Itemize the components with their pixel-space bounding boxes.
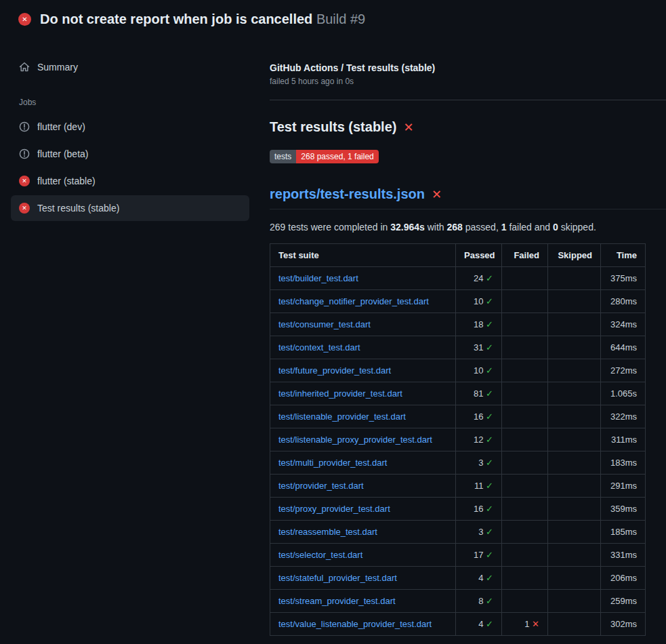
sidebar-item-test-results-stable[interactable]: ✕ Test results (stable) [11,195,249,221]
test-suite-link[interactable]: test/reassemble_test.dart [278,527,377,537]
build-number: Build #9 [316,12,365,26]
failed-cell [502,451,548,475]
passed-cell: 12 ✓ [456,428,502,451]
test-suite-link[interactable]: test/change_notifier_provider_test.dart [278,296,429,306]
column-header-passed: Passed [456,244,502,267]
failed-cell [502,313,548,336]
skipped-cell [548,405,601,428]
skipped-cell [548,590,601,613]
test-suite-cell: test/selector_test.dart [270,544,456,567]
test-suite-cell: test/listenable_proxy_provider_test.dart [270,428,456,451]
x-circle-icon: ✕ [19,176,30,186]
passed-cell: 24 ✓ [456,267,502,290]
x-icon: ✕ [22,16,27,23]
test-suite-cell: test/proxy_provider_test.dart [270,498,456,521]
test-suite-link[interactable]: test/inherited_provider_test.dart [278,388,402,399]
skipped-cell [548,336,601,359]
check-icon: ✓ [486,342,493,353]
failed-cell [502,336,548,359]
time-cell: 185ms [601,521,646,544]
test-suite-link[interactable]: test/listenable_proxy_provider_test.dart [278,435,432,445]
column-header-skipped: Skipped [548,244,601,267]
passed-cell: 16 ✓ [456,498,502,521]
test-suite-cell: test/change_notifier_provider_test.dart [270,290,456,313]
badge-value: 268 passed, 1 failed [296,150,378,163]
test-suite-link[interactable]: test/proxy_provider_test.dart [278,504,390,514]
failed-cell [502,521,548,544]
content: Summary Jobs flutter (dev) [0,38,666,636]
sidebar-item-label: Summary [37,62,78,73]
x-icon: ✕ [532,619,539,629]
sidebar: Summary Jobs flutter (dev) [0,38,259,221]
failed-cell [502,544,548,567]
report-file-link[interactable]: reports/test-results.json [270,186,425,202]
skipped-cell [548,267,601,290]
badge-label: tests [270,150,296,163]
test-suite-cell: test/inherited_provider_test.dart [270,382,456,405]
table-row: test/listenable_provider_test.dart16 ✓32… [270,405,646,428]
table-header-row: Test suite Passed Failed Skipped Time [270,244,646,267]
sidebar-item-flutter-stable[interactable]: ✕ flutter (stable) [11,168,249,194]
test-suite-cell: test/stateful_provider_test.dart [270,567,456,590]
divider [270,100,666,100]
passed-cell: 18 ✓ [456,313,502,336]
skipped-cell [548,521,601,544]
passed-cell: 17 ✓ [456,544,502,567]
time-cell: 1.065s [601,382,646,405]
test-suite-link[interactable]: test/multi_provider_test.dart [278,458,387,468]
test-suite-link[interactable]: test/listenable_provider_test.dart [278,411,406,422]
check-icon: ✓ [486,458,493,468]
time-cell: 331ms [601,544,646,567]
test-suite-link[interactable]: test/context_test.dart [278,342,360,353]
section-title-text: Test results (stable) [270,119,396,135]
failed-cell [502,290,548,313]
failed-cell [502,428,548,451]
sidebar-item-summary[interactable]: Summary [11,54,249,80]
check-icon: ✓ [486,596,493,606]
check-icon: ✓ [486,319,493,329]
failed-cell [502,498,548,521]
sidebar-item-flutter-dev[interactable]: flutter (dev) [11,114,249,140]
test-suite-cell: test/stream_provider_test.dart [270,590,456,613]
summary-line: 269 tests were completed in 32.964s with… [270,222,666,233]
jobs-section-label: Jobs [11,98,249,107]
skipped-cell [548,613,601,636]
summary-prefix: 269 tests were completed in [270,222,390,233]
test-suite-link[interactable]: test/future_provider_test.dart [278,365,391,376]
time-cell: 311ms [601,428,646,451]
time-cell: 291ms [601,475,646,498]
time-cell: 280ms [601,290,646,313]
sidebar-item-label: flutter (dev) [37,121,85,132]
column-header-time: Time [601,244,646,267]
test-suite-link[interactable]: test/provider_test.dart [278,481,364,491]
check-icon: ✓ [486,619,493,629]
test-suite-link[interactable]: test/builder_test.dart [278,273,358,283]
time-cell: 272ms [601,359,646,382]
x-icon: ✕ [22,205,27,212]
skipped-cell [548,544,601,567]
failed-x-icon: ✕ [432,188,442,201]
passed-cell: 4 ✓ [456,567,502,590]
sidebar-item-flutter-beta[interactable]: flutter (beta) [11,141,249,167]
test-suite-link[interactable]: test/stream_provider_test.dart [278,596,396,606]
test-suite-cell: test/multi_provider_test.dart [270,451,456,475]
test-suite-cell: test/provider_test.dart [270,475,456,498]
failed-cell [502,567,548,590]
time-cell: 359ms [601,498,646,521]
test-suite-link[interactable]: test/consumer_test.dart [278,319,371,329]
check-icon: ✓ [486,273,493,283]
table-row: test/provider_test.dart11 ✓291ms [270,475,646,498]
summary-skipped: 0 [553,222,558,233]
passed-cell: 3 ✓ [456,521,502,544]
check-icon: ✓ [486,365,493,376]
test-suite-link[interactable]: test/stateful_provider_test.dart [278,573,397,583]
check-icon: ✓ [486,435,493,445]
passed-cell: 4 ✓ [456,613,502,636]
time-cell: 322ms [601,405,646,428]
time-cell: 206ms [601,567,646,590]
table-row: test/future_provider_test.dart10 ✓272ms [270,359,646,382]
test-suite-link[interactable]: test/selector_test.dart [278,550,362,560]
test-suite-cell: test/consumer_test.dart [270,313,456,336]
table-row: test/multi_provider_test.dart3 ✓183ms [270,451,646,475]
test-suite-link[interactable]: test/value_listenable_provider_test.dart [278,619,432,629]
